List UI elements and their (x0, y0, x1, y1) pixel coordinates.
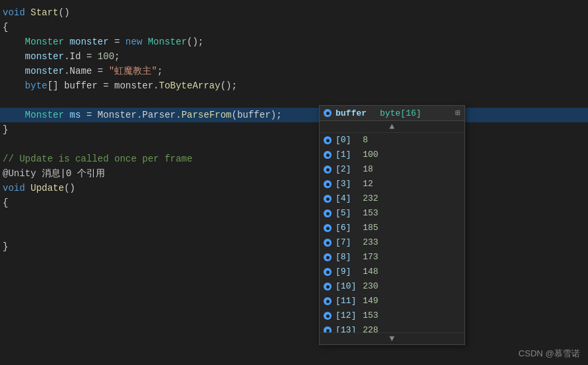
list-item: [5] 153 (320, 206, 464, 221)
attribution-label: CSDN @慕雪诺 (518, 348, 580, 358)
scroll-up-button[interactable]: ▲ (320, 121, 464, 133)
code-token: .Id = (64, 49, 97, 64)
code-line-6: byte[] buffer = monster.ToByteArray(); (0, 78, 588, 93)
code-line-10 (0, 137, 588, 152)
item-index: [8] (336, 251, 359, 264)
item-value: 230 (363, 280, 378, 293)
item-index: [1] (336, 148, 359, 162)
scroll-down-button[interactable]: ▼ (320, 332, 464, 344)
item-index: [3] (336, 178, 359, 191)
tooltip-dot-icon (324, 109, 332, 117)
code-token: = (109, 35, 126, 49)
code-line-17: } (0, 239, 588, 254)
code-token: @Unity (3, 166, 42, 181)
code-token: } (3, 122, 8, 137)
list-item: [11] 149 (320, 294, 464, 308)
list-item: [10] 230 (320, 279, 464, 294)
item-index: [12] (336, 309, 359, 322)
code-token: () (58, 5, 70, 20)
item-value: 185 (363, 221, 378, 235)
item-value: 228 (363, 324, 378, 332)
item-index: [4] (336, 192, 359, 205)
item-value: 18 (363, 163, 373, 176)
item-value: 153 (363, 207, 378, 220)
code-token: monster (3, 49, 64, 64)
list-item: [0] 8 (320, 133, 464, 148)
item-index: [13] (336, 324, 359, 332)
code-token: .Name = (64, 64, 108, 78)
code-token: = Monster.Parser. (81, 108, 181, 122)
item-dot-icon (324, 151, 332, 159)
tooltip-header: buffer byte[16] ⊞ (320, 106, 464, 121)
attribution-text: CSDN @慕雪诺 (518, 348, 580, 360)
code-token (3, 210, 8, 225)
list-item: [8] 173 (320, 250, 464, 265)
code-token: ms (70, 108, 81, 122)
chevron-up-icon: ▲ (389, 122, 395, 132)
item-value: 100 (363, 148, 378, 162)
item-dot-icon (324, 166, 332, 174)
item-dot-icon (324, 297, 332, 305)
tooltip-type-spacer (371, 108, 376, 118)
code-editor: void Start() { Monster monster = new Mon… (0, 0, 588, 259)
tooltip-rows: [0] 8 [1] 100 [2] 18 [3] 12 [4] 232 [5] … (320, 133, 464, 332)
item-dot-icon (324, 268, 332, 276)
code-line-2: { (0, 20, 588, 35)
code-token: ; (157, 64, 162, 78)
item-dot-icon (324, 312, 332, 320)
code-token: [] buffer = monster. (47, 78, 159, 93)
list-item: [13] 228 (320, 323, 464, 332)
tooltip-var-type: byte[16] (380, 108, 421, 118)
item-index: [5] (336, 207, 359, 220)
item-dot-icon (324, 253, 332, 261)
item-dot-icon (324, 239, 332, 247)
code-token: monster (70, 35, 109, 49)
item-dot-icon (324, 136, 332, 144)
code-token: new (126, 35, 148, 49)
list-item: [2] 18 (320, 162, 464, 177)
code-token: ToByteArray (159, 78, 220, 93)
item-index: [9] (336, 265, 359, 279)
item-index: [11] (336, 295, 359, 308)
list-item: [3] 12 (320, 177, 464, 191)
code-line-4: monster.Id = 100; (0, 49, 588, 64)
code-token: // Update is called once per frame (3, 152, 193, 166)
item-index: [6] (336, 221, 359, 235)
code-line-13: void Update() (0, 181, 588, 195)
code-token: void (3, 181, 31, 195)
item-dot-icon (324, 224, 332, 232)
item-index: [7] (336, 236, 359, 249)
code-line-3: Monster monster = new Monster(); (0, 35, 588, 49)
item-value: 153 (363, 309, 378, 322)
list-item: [1] 100 (320, 148, 464, 162)
tooltip-var-name: buffer (336, 108, 367, 118)
code-token: ParseFrom (181, 108, 232, 122)
item-dot-icon (324, 180, 332, 188)
debug-tooltip: buffer byte[16] ⊞ ▲ [0] 8 [1] 100 [2] 18… (319, 105, 465, 345)
code-line-11: // Update is called once per frame (0, 152, 588, 166)
list-item: [6] 185 (320, 221, 464, 235)
code-token: (); (221, 78, 237, 93)
code-line-15 (0, 210, 588, 225)
list-item: [7] 233 (320, 235, 464, 250)
code-token (3, 78, 25, 93)
code-token: monster (3, 64, 64, 78)
item-value: 173 (363, 251, 378, 264)
item-value: 8 (363, 134, 368, 147)
code-token: 消息|0 个引用 (42, 166, 105, 181)
code-token: (buffer); (232, 108, 282, 122)
code-line-5: monster.Name = "虹魔教主"; (0, 64, 588, 78)
tooltip-pin-icon[interactable]: ⊞ (455, 108, 460, 118)
code-token: Monster (3, 108, 70, 122)
item-value: 232 (363, 192, 378, 205)
code-line-12: @Unity 消息|0 个引用 (0, 166, 588, 181)
item-index: [2] (336, 163, 359, 176)
item-value: 233 (363, 236, 378, 249)
code-token: void (3, 5, 31, 20)
code-token: Start (31, 5, 58, 20)
code-line-9: } (0, 122, 588, 137)
item-index: [0] (336, 134, 359, 147)
chevron-down-icon: ▼ (389, 334, 395, 344)
code-token: "虹魔教主" (109, 64, 157, 78)
code-token: () (64, 181, 75, 195)
